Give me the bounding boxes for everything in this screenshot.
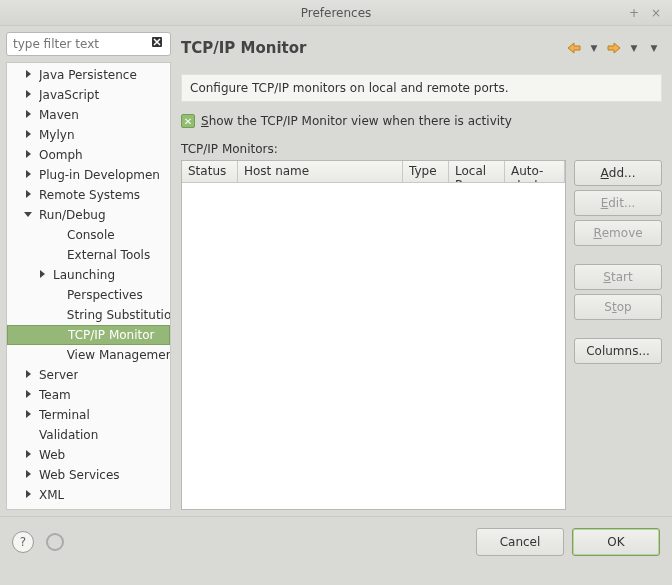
add-button[interactable]: Add...	[574, 160, 662, 186]
tree-item-label: TCP/IP Monitor	[68, 328, 155, 342]
cancel-button[interactable]: Cancel	[476, 528, 564, 556]
tree-item[interactable]: Java Persistence	[7, 65, 170, 85]
tree-item[interactable]: Maven	[7, 105, 170, 125]
tree-item-label: External Tools	[67, 248, 150, 262]
tree-item-label: Terminal	[39, 408, 90, 422]
tree-item[interactable]: TCP/IP Monitor	[7, 325, 170, 345]
window-plus-icon[interactable]: +	[626, 5, 642, 21]
tree-item[interactable]: Web	[7, 445, 170, 465]
tree-item-label: String Substitutio	[67, 308, 170, 322]
preferences-tree[interactable]: Java PersistenceJavaScriptMavenMylynOomp…	[6, 62, 171, 510]
tree-item-label: Console	[67, 228, 115, 242]
filter-wrap	[6, 32, 171, 56]
tree-item[interactable]: Terminal	[7, 405, 170, 425]
tree-item[interactable]: Run/Debug	[7, 205, 170, 225]
tree-item[interactable]: JavaScript	[7, 85, 170, 105]
remove-button[interactable]: Remove	[574, 220, 662, 246]
tree-item[interactable]: Console	[7, 225, 170, 245]
main-panel: TCP/IP Monitor ▼ ▼ ▼ Configure TCP/IP mo…	[175, 26, 672, 516]
tree-item-label: Plug-in Developmen	[39, 168, 160, 182]
tree-item-label: Oomph	[39, 148, 83, 162]
tree-item[interactable]: Plug-in Developmen	[7, 165, 170, 185]
tree-item-label: Java Persistence	[39, 68, 137, 82]
button-column: Add... Edit... Remove Start Stop Columns…	[574, 160, 662, 510]
filter-input[interactable]	[6, 32, 171, 56]
tree-item[interactable]: String Substitutio	[7, 305, 170, 325]
tree-item-label: Run/Debug	[39, 208, 106, 222]
col-host[interactable]: Host name	[238, 161, 403, 182]
tree-item-label: JavaScript	[39, 88, 99, 102]
col-type[interactable]: Type	[403, 161, 449, 182]
tree-item-label: Team	[39, 388, 71, 402]
tree-item-label: Perspectives	[67, 288, 143, 302]
back-menu-icon[interactable]: ▼	[586, 40, 602, 56]
edit-button[interactable]: Edit...	[574, 190, 662, 216]
main-header: TCP/IP Monitor ▼ ▼ ▼	[181, 32, 662, 64]
forward-menu-icon[interactable]: ▼	[626, 40, 642, 56]
tree-item-label: Validation	[39, 428, 98, 442]
tree-item-label: Launching	[53, 268, 115, 282]
page-title: TCP/IP Monitor	[181, 39, 306, 57]
tree-item[interactable]: Server	[7, 365, 170, 385]
col-status[interactable]: Status	[182, 161, 238, 182]
columns-button[interactable]: Columns...	[574, 338, 662, 364]
footer: ? Cancel OK	[0, 516, 672, 566]
show-view-label: Show the TCP/IP Monitor view when there …	[201, 114, 512, 128]
window-close-icon[interactable]: ×	[648, 5, 664, 21]
tree-item[interactable]: XML	[7, 485, 170, 505]
tree-item[interactable]: Mylyn	[7, 125, 170, 145]
forward-icon[interactable]	[606, 40, 622, 56]
show-view-checkbox-row: ✕ Show the TCP/IP Monitor view when ther…	[181, 114, 662, 128]
titlebar: Preferences + ×	[0, 0, 672, 26]
tree-item[interactable]: Remote Systems	[7, 185, 170, 205]
start-button[interactable]: Start	[574, 264, 662, 290]
ok-button[interactable]: OK	[572, 528, 660, 556]
tree-item[interactable]: External Tools	[7, 245, 170, 265]
tree-item[interactable]: Web Services	[7, 465, 170, 485]
stop-button[interactable]: Stop	[574, 294, 662, 320]
tree-item-label: Web Services	[39, 468, 120, 482]
tree-item-label: Maven	[39, 108, 79, 122]
content-area: Java PersistenceJavaScriptMavenMylynOomp…	[0, 26, 672, 516]
tree-item-label: XML	[39, 488, 64, 502]
clear-icon[interactable]	[151, 36, 165, 50]
tree-item-label: View Managemen	[67, 348, 170, 362]
description-text: Configure TCP/IP monitors on local and r…	[190, 81, 508, 95]
tree-item[interactable]: Validation	[7, 425, 170, 445]
tree-item[interactable]: Oomph	[7, 145, 170, 165]
view-menu-icon[interactable]: ▼	[646, 40, 662, 56]
tree-item-label: Web	[39, 448, 65, 462]
footer-left: ?	[12, 531, 64, 553]
tree-item[interactable]: View Managemen	[7, 345, 170, 365]
col-local[interactable]: Local Po	[449, 161, 505, 182]
window-title: Preferences	[301, 6, 372, 20]
nav-icons: ▼ ▼ ▼	[566, 40, 662, 56]
tree-item[interactable]: Team	[7, 385, 170, 405]
tree-item[interactable]: Perspectives	[7, 285, 170, 305]
tree-item-label: Remote Systems	[39, 188, 140, 202]
tree-item-label: Server	[39, 368, 78, 382]
tree-item-label: Mylyn	[39, 128, 75, 142]
help-icon[interactable]: ?	[12, 531, 34, 553]
monitors-table[interactable]: Status Host name Type Local Po Auto-star…	[181, 160, 566, 510]
sidebar: Java PersistenceJavaScriptMavenMylynOomp…	[0, 26, 175, 516]
back-icon[interactable]	[566, 40, 582, 56]
description-box: Configure TCP/IP monitors on local and r…	[181, 74, 662, 102]
col-auto[interactable]: Auto-start	[505, 161, 565, 182]
table-body[interactable]	[182, 183, 565, 509]
tree-item[interactable]: Launching	[7, 265, 170, 285]
table-header: Status Host name Type Local Po Auto-star…	[182, 161, 565, 183]
table-area: Status Host name Type Local Po Auto-star…	[181, 160, 662, 510]
progress-icon[interactable]	[46, 533, 64, 551]
footer-right: Cancel OK	[476, 528, 660, 556]
show-view-checkbox[interactable]: ✕	[181, 114, 195, 128]
monitors-label: TCP/IP Monitors:	[181, 142, 662, 156]
